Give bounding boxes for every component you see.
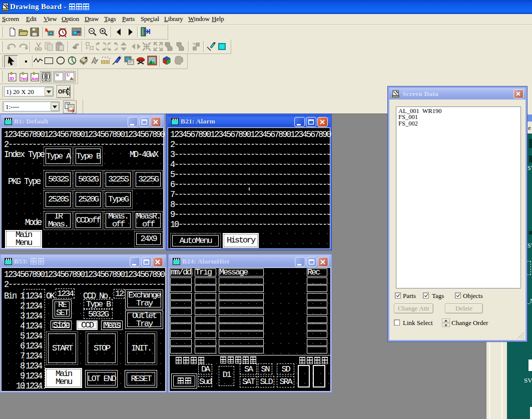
svg-text:ID: ID [10, 76, 15, 81]
svg-text:Adr: Adr [32, 76, 39, 81]
svg-text:W: W [56, 73, 60, 78]
svg-text:TaG: TaG [21, 76, 28, 81]
svg-text:U: U [67, 72, 70, 78]
